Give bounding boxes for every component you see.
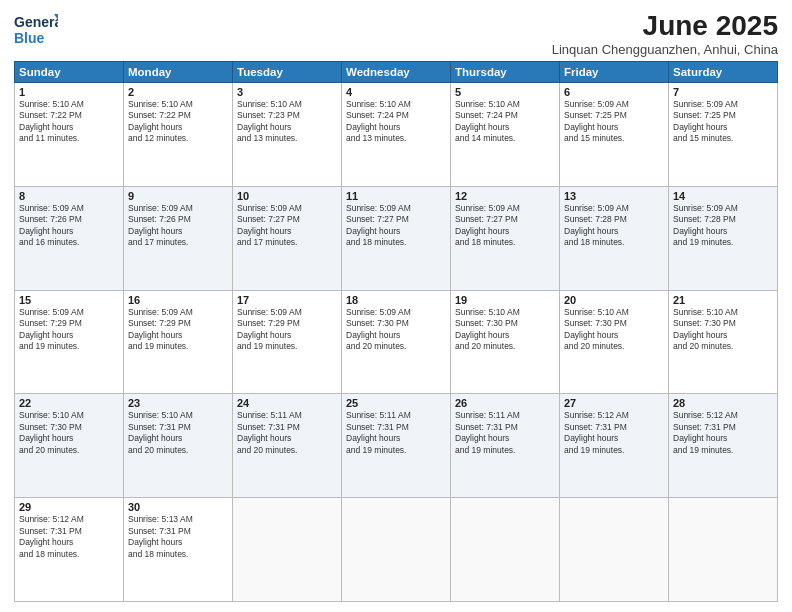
col-tuesday: Tuesday [233,62,342,83]
day-cell: 11 Sunrise: 5:09 AM Sunset: 7:27 PM Dayl… [342,186,451,290]
day-cell: 7 Sunrise: 5:09 AM Sunset: 7:25 PM Dayli… [669,83,778,187]
day-info: Sunrise: 5:12 AM Sunset: 7:31 PM Dayligh… [564,410,664,456]
day-info: Sunrise: 5:12 AM Sunset: 7:31 PM Dayligh… [673,410,773,456]
header-row: Sunday Monday Tuesday Wednesday Thursday… [15,62,778,83]
day-info: Sunrise: 5:09 AM Sunset: 7:27 PM Dayligh… [237,203,337,249]
week-row: 8 Sunrise: 5:09 AM Sunset: 7:26 PM Dayli… [15,186,778,290]
day-cell: 24 Sunrise: 5:11 AM Sunset: 7:31 PM Dayl… [233,394,342,498]
day-number: 22 [19,397,119,409]
empty-cell [669,498,778,602]
day-info: Sunrise: 5:09 AM Sunset: 7:27 PM Dayligh… [346,203,446,249]
day-info: Sunrise: 5:09 AM Sunset: 7:26 PM Dayligh… [19,203,119,249]
day-info: Sunrise: 5:10 AM Sunset: 7:30 PM Dayligh… [455,307,555,353]
day-cell: 4 Sunrise: 5:10 AM Sunset: 7:24 PM Dayli… [342,83,451,187]
day-number: 29 [19,501,119,513]
day-number: 17 [237,294,337,306]
day-number: 11 [346,190,446,202]
day-info: Sunrise: 5:10 AM Sunset: 7:22 PM Dayligh… [128,99,228,145]
col-sunday: Sunday [15,62,124,83]
week-row: 15 Sunrise: 5:09 AM Sunset: 7:29 PM Dayl… [15,290,778,394]
day-cell: 28 Sunrise: 5:12 AM Sunset: 7:31 PM Dayl… [669,394,778,498]
day-cell: 9 Sunrise: 5:09 AM Sunset: 7:26 PM Dayli… [124,186,233,290]
col-saturday: Saturday [669,62,778,83]
day-number: 19 [455,294,555,306]
day-number: 3 [237,86,337,98]
day-number: 25 [346,397,446,409]
day-cell: 14 Sunrise: 5:09 AM Sunset: 7:28 PM Dayl… [669,186,778,290]
day-cell: 26 Sunrise: 5:11 AM Sunset: 7:31 PM Dayl… [451,394,560,498]
page: General Blue General Blue June 2025 Linq… [0,0,792,612]
day-info: Sunrise: 5:09 AM Sunset: 7:30 PM Dayligh… [346,307,446,353]
logo-svg: General Blue [14,10,58,50]
empty-cell [342,498,451,602]
day-number: 23 [128,397,228,409]
day-number: 26 [455,397,555,409]
day-info: Sunrise: 5:09 AM Sunset: 7:25 PM Dayligh… [564,99,664,145]
day-number: 21 [673,294,773,306]
day-cell: 15 Sunrise: 5:09 AM Sunset: 7:29 PM Dayl… [15,290,124,394]
day-number: 27 [564,397,664,409]
week-row: 29 Sunrise: 5:12 AM Sunset: 7:31 PM Dayl… [15,498,778,602]
day-cell: 8 Sunrise: 5:09 AM Sunset: 7:26 PM Dayli… [15,186,124,290]
day-number: 2 [128,86,228,98]
day-number: 14 [673,190,773,202]
day-info: Sunrise: 5:09 AM Sunset: 7:28 PM Dayligh… [564,203,664,249]
day-info: Sunrise: 5:10 AM Sunset: 7:24 PM Dayligh… [346,99,446,145]
calendar-subtitle: Linquan Chengguanzhen, Anhui, China [552,42,778,57]
day-info: Sunrise: 5:13 AM Sunset: 7:31 PM Dayligh… [128,514,228,560]
day-cell: 22 Sunrise: 5:10 AM Sunset: 7:30 PM Dayl… [15,394,124,498]
day-cell: 12 Sunrise: 5:09 AM Sunset: 7:27 PM Dayl… [451,186,560,290]
day-cell: 13 Sunrise: 5:09 AM Sunset: 7:28 PM Dayl… [560,186,669,290]
day-cell: 16 Sunrise: 5:09 AM Sunset: 7:29 PM Dayl… [124,290,233,394]
day-cell: 5 Sunrise: 5:10 AM Sunset: 7:24 PM Dayli… [451,83,560,187]
day-info: Sunrise: 5:10 AM Sunset: 7:30 PM Dayligh… [19,410,119,456]
empty-cell [451,498,560,602]
day-info: Sunrise: 5:11 AM Sunset: 7:31 PM Dayligh… [346,410,446,456]
day-cell: 29 Sunrise: 5:12 AM Sunset: 7:31 PM Dayl… [15,498,124,602]
day-number: 1 [19,86,119,98]
day-number: 5 [455,86,555,98]
day-info: Sunrise: 5:10 AMSunset: 7:22 PMDaylight … [19,99,119,145]
day-info: Sunrise: 5:09 AM Sunset: 7:27 PM Dayligh… [455,203,555,249]
day-number: 8 [19,190,119,202]
empty-cell [233,498,342,602]
day-number: 30 [128,501,228,513]
day-info: Sunrise: 5:11 AM Sunset: 7:31 PM Dayligh… [237,410,337,456]
day-cell: 30 Sunrise: 5:13 AM Sunset: 7:31 PM Dayl… [124,498,233,602]
day-cell: 23 Sunrise: 5:10 AM Sunset: 7:31 PM Dayl… [124,394,233,498]
day-info: Sunrise: 5:09 AM Sunset: 7:28 PM Dayligh… [673,203,773,249]
header: General Blue General Blue June 2025 Linq… [14,10,778,57]
day-number: 9 [128,190,228,202]
day-number: 20 [564,294,664,306]
day-cell: 3 Sunrise: 5:10 AM Sunset: 7:23 PM Dayli… [233,83,342,187]
logo: General Blue [14,10,58,50]
day-cell: 18 Sunrise: 5:09 AM Sunset: 7:30 PM Dayl… [342,290,451,394]
day-number: 4 [346,86,446,98]
day-number: 16 [128,294,228,306]
calendar-table: Sunday Monday Tuesday Wednesday Thursday… [14,61,778,602]
day-number: 7 [673,86,773,98]
day-info: Sunrise: 5:10 AM Sunset: 7:31 PM Dayligh… [128,410,228,456]
day-info: Sunrise: 5:09 AM Sunset: 7:26 PM Dayligh… [128,203,228,249]
day-cell: 1 Sunrise: 5:10 AMSunset: 7:22 PMDayligh… [15,83,124,187]
empty-cell [560,498,669,602]
col-thursday: Thursday [451,62,560,83]
day-cell: 25 Sunrise: 5:11 AM Sunset: 7:31 PM Dayl… [342,394,451,498]
svg-text:Blue: Blue [14,30,45,46]
day-cell: 2 Sunrise: 5:10 AM Sunset: 7:22 PM Dayli… [124,83,233,187]
week-row: 22 Sunrise: 5:10 AM Sunset: 7:30 PM Dayl… [15,394,778,498]
day-info: Sunrise: 5:11 AM Sunset: 7:31 PM Dayligh… [455,410,555,456]
day-info: Sunrise: 5:09 AM Sunset: 7:29 PM Dayligh… [237,307,337,353]
day-cell: 17 Sunrise: 5:09 AM Sunset: 7:29 PM Dayl… [233,290,342,394]
day-number: 24 [237,397,337,409]
calendar-title: June 2025 [552,10,778,42]
day-cell: 21 Sunrise: 5:10 AM Sunset: 7:30 PM Dayl… [669,290,778,394]
day-cell: 6 Sunrise: 5:09 AM Sunset: 7:25 PM Dayli… [560,83,669,187]
day-info: Sunrise: 5:12 AM Sunset: 7:31 PM Dayligh… [19,514,119,560]
col-friday: Friday [560,62,669,83]
day-info: Sunrise: 5:09 AM Sunset: 7:29 PM Dayligh… [19,307,119,353]
day-number: 6 [564,86,664,98]
day-number: 10 [237,190,337,202]
svg-text:General: General [14,14,58,30]
day-cell: 27 Sunrise: 5:12 AM Sunset: 7:31 PM Dayl… [560,394,669,498]
